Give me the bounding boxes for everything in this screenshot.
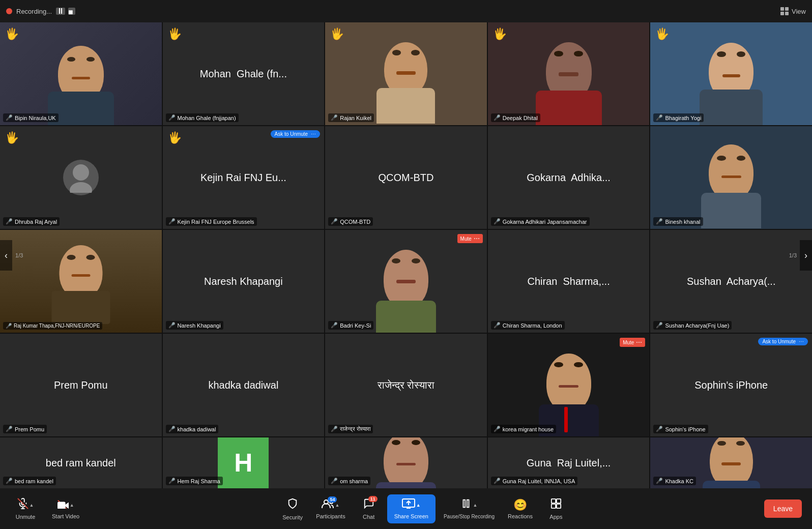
grid-icon [780,7,789,15]
video-caret[interactable]: ▲ [70,503,74,508]
display-name-khadkad: khadka dadiwal [203,373,283,397]
participant-cell-gokarna: Gokarna Adhika... 🎤 Gokarna Adhikari Jap… [488,126,650,229]
record-label: Recording... [16,8,52,15]
display-name-kejin: Kejin Rai FNJ Eu... [195,165,292,190]
hand-raised-dhruba: 🖐 [5,131,19,144]
pause-rec-caret[interactable]: ▲ [473,503,477,508]
participant-cell-gunaraj: Guna Raj Luitel,... 🎤 Guna Raj Luitel, I… [488,437,650,488]
participant-cell-om: 🎤 om sharma [325,437,487,488]
hand-raised-bipin: 🖐 [5,27,19,41]
reactions-button[interactable]: 😊 Reactions [503,495,538,522]
participant-cell-sophin: Sophin's iPhone Ask to Unmute ⋯ 🎤 Sophin… [650,334,812,436]
share-screen-icon [402,498,415,512]
participant-cell-kejin: 🖐 Kejin Rai FNJ Eu... Ask to Unmute ⋯ 🎤 … [163,126,325,229]
display-name-naresh: Naresh Khapangi [199,269,288,293]
top-bar-left: Recording... ⏸ ■ [6,8,75,15]
participant-cell-bedram: bed ram kandel 🎤 bed ram kandel [0,437,162,488]
hand-raised-mohan: 🖐 [168,27,182,41]
name-gunaraj: 🎤 Guna Raj Luitel, INNJA, USA [491,477,577,485]
display-name-gunaraj: Guna Raj Luitel,... [521,451,616,475]
participants-count: 54 [328,496,337,503]
participant-cell-rajkumar: 🎤 Raj Kumar Thapa,FNJ-NRN/EUROPE [0,230,162,333]
security-label: Security [282,514,303,520]
prev-page-btn[interactable]: ‹ [0,240,12,271]
start-video-button[interactable]: ▲ Start Video [47,495,84,522]
name-bhagirath: 🎤 Bhagirath Yogi [653,113,704,122]
mute-badge-badri[interactable]: Mute ⋯ [457,234,483,243]
svg-rect-15 [467,500,469,508]
participant-cell-mohan: 🖐 Mohan Ghale (fn... 🎤 Mohan Ghale (fnjj… [163,22,325,125]
avatar-dhruba [63,160,99,195]
share-screen-caret[interactable]: ▲ [416,503,421,508]
participant-cell-qcom: QCOM-BTD 🎤 QCOM-BTD [325,126,487,229]
participant-cell-badri: Mute ⋯ 🎤 Badri Key-Si [325,230,487,333]
unmute-caret[interactable]: ▲ [30,503,34,508]
record-controls[interactable]: ⏸ ■ [56,8,75,15]
mute-badge-korea[interactable]: Mute ⋯ [620,338,645,347]
participants-caret[interactable]: ▲ [335,503,339,508]
top-bar: Recording... ⏸ ■ View [0,0,812,22]
display-name-sophin: Sophin's iPhone [689,373,773,397]
display-name-rajendra: राजेन्द्र रोस्यारा [372,373,440,397]
security-button[interactable]: Security [277,494,308,523]
chat-label: Chat [363,514,374,520]
svg-point-0 [73,164,89,181]
ask-unmute-sophin[interactable]: Ask to Unmute ⋯ [758,338,808,345]
name-prem: 🎤 Prem Pomu [3,425,47,433]
name-rajendra: 🎤 राजेन्द्र रोस्यारा [328,425,373,433]
toolbar-left: ▲ Unmute ▲ Start Video [10,495,84,523]
participant-cell-bhagirath: 🖐 🎤 Bhagirath Yogi [650,22,812,125]
share-screen-button[interactable]: ▲ Share Screen [387,494,436,523]
participant-cell-khadkad: khadka dadiwal 🎤 khadka dadiwal [163,334,325,436]
avatar-letter-hem: H [218,437,269,488]
name-rajkumar: 🎤 Raj Kumar Thapa,FNJ-NRN/EUROPE [3,322,102,330]
svg-rect-17 [557,498,561,503]
participant-cell-binesh: 🎤 Binesh khanal [650,126,812,229]
share-screen-label: Share Screen [394,513,428,519]
name-om: 🎤 om sharma [328,477,370,485]
chat-button[interactable]: 11 Chat [354,495,384,523]
stop-record-btn[interactable]: ■ [68,8,75,15]
hand-raised-rajan: 🖐 [330,27,344,41]
mic-slash-icon [17,498,28,512]
svg-rect-19 [557,504,561,508]
name-bipin: 🎤 Bipin Niraula,UK [3,113,59,122]
name-deepak: 🎤 Deepak Dhital [491,113,540,122]
reactions-icon: 😊 [513,498,527,512]
unmute-label: Unmute [16,514,36,520]
view-label[interactable]: View [792,8,806,15]
pause-rec-btn-group[interactable]: ▲ [460,498,477,512]
record-indicator [6,8,12,14]
video-btn-group[interactable]: ▲ [57,498,74,512]
share-btn-group[interactable]: ▲ [402,498,421,512]
name-badri: 🎤 Badri Key-Si [328,321,373,330]
participant-cell-rajendra: राजेन्द्र रोस्यारा 🎤 राजेन्द्र रोस्यारा [325,334,487,436]
name-qcom: 🎤 QCOM-BTD [328,217,373,226]
participants-btn-group[interactable]: 54 ▲ [322,498,339,512]
pause-recording-button[interactable]: ▲ Pause/Stop Recording [439,495,500,522]
leave-button[interactable]: Leave [764,499,802,518]
participants-button[interactable]: 54 ▲ Participants [311,495,350,522]
participant-cell-prem: Prem Pomu 🎤 Prem Pomu [0,334,162,436]
name-sophin: 🎤 Sophin's iPhone [653,425,708,433]
ask-unmute-kejin[interactable]: Ask to Unmute ⋯ [271,130,321,138]
video-grid: 🖐 🎤 Bipin Niraula,UK 🖐 Mohan Ghale (fn..… [0,22,812,488]
apps-icon [550,498,562,512]
name-naresh: 🎤 Naresh Khapangi [166,321,223,330]
unmute-button[interactable]: ▲ Unmute [10,495,41,523]
name-kejin: 🎤 Kejin Rai FNJ Europe Brussels [166,217,257,226]
page-indicator-right: 1/3 [789,252,797,258]
reactions-label: Reactions [508,513,533,519]
unmute-btn-group[interactable]: ▲ [17,498,34,512]
pause-record-btn[interactable]: ⏸ [56,8,65,15]
name-binesh: 🎤 Binesh khanal [653,217,703,226]
next-page-btn[interactable]: › [800,240,812,271]
chat-badge: 11 [368,496,378,502]
top-bar-right: View [780,7,806,15]
name-rajan: 🎤 Rajan Kuikel [328,113,374,122]
video-slash-icon [57,498,69,512]
svg-point-1 [70,182,92,193]
name-dhruba: 🎤 Dhruba Raj Aryal [3,217,60,226]
participants-label: Participants [316,513,345,519]
apps-button[interactable]: Apps [541,495,571,523]
